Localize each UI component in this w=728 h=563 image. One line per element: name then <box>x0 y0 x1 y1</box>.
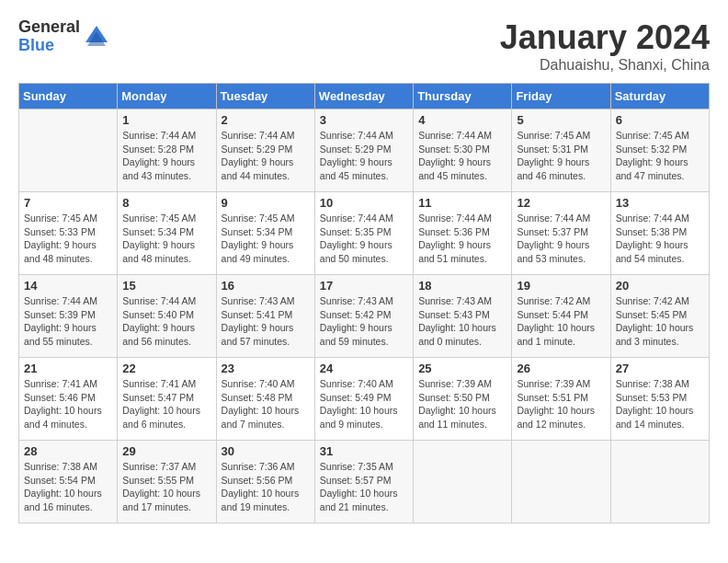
calendar-cell: 8Sunrise: 7:45 AM Sunset: 5:34 PM Daylig… <box>118 192 216 275</box>
day-number: 9 <box>222 196 310 210</box>
day-number: 18 <box>418 279 506 293</box>
day-info: Sunrise: 7:45 AM Sunset: 5:34 PM Dayligh… <box>222 212 310 266</box>
calendar-cell: 30Sunrise: 7:36 AM Sunset: 5:56 PM Dayli… <box>216 441 314 523</box>
calendar-cell: 11Sunrise: 7:44 AM Sunset: 5:36 PM Dayli… <box>414 192 512 275</box>
calendar-cell: 9Sunrise: 7:45 AM Sunset: 5:34 PM Daylig… <box>216 192 314 275</box>
month-title: January 2024 <box>500 18 710 57</box>
logo: General Blue <box>18 18 109 55</box>
calendar-cell: 25Sunrise: 7:39 AM Sunset: 5:50 PM Dayli… <box>414 358 512 441</box>
day-info: Sunrise: 7:41 AM Sunset: 5:46 PM Dayligh… <box>24 377 112 431</box>
calendar-cell: 18Sunrise: 7:43 AM Sunset: 5:43 PM Dayli… <box>414 275 512 358</box>
day-info: Sunrise: 7:36 AM Sunset: 5:56 PM Dayligh… <box>222 460 310 514</box>
day-number: 30 <box>222 444 310 458</box>
calendar-cell: 13Sunrise: 7:44 AM Sunset: 5:38 PM Dayli… <box>610 192 709 275</box>
day-info: Sunrise: 7:44 AM Sunset: 5:35 PM Dayligh… <box>320 212 408 266</box>
day-number: 2 <box>222 113 310 127</box>
calendar-cell: 29Sunrise: 7:37 AM Sunset: 5:55 PM Dayli… <box>118 441 216 523</box>
calendar-cell: 14Sunrise: 7:44 AM Sunset: 5:39 PM Dayli… <box>19 275 118 358</box>
calendar-cell: 19Sunrise: 7:42 AM Sunset: 5:44 PM Dayli… <box>512 275 610 358</box>
day-info: Sunrise: 7:39 AM Sunset: 5:50 PM Dayligh… <box>418 377 506 431</box>
calendar-cell: 4Sunrise: 7:44 AM Sunset: 5:30 PM Daylig… <box>414 109 512 192</box>
calendar-cell: 5Sunrise: 7:45 AM Sunset: 5:31 PM Daylig… <box>512 109 610 192</box>
title-block: January 2024 Dahuaishu, Shanxi, China <box>500 18 710 74</box>
day-info: Sunrise: 7:44 AM Sunset: 5:29 PM Dayligh… <box>222 129 310 183</box>
calendar-cell: 6Sunrise: 7:45 AM Sunset: 5:32 PM Daylig… <box>610 109 709 192</box>
calendar-week-row: 7Sunrise: 7:45 AM Sunset: 5:33 PM Daylig… <box>19 192 710 275</box>
header-monday: Monday <box>118 84 216 109</box>
day-number: 6 <box>616 113 704 127</box>
day-info: Sunrise: 7:44 AM Sunset: 5:37 PM Dayligh… <box>517 212 605 266</box>
day-number: 27 <box>616 362 704 375</box>
day-info: Sunrise: 7:45 AM Sunset: 5:33 PM Dayligh… <box>24 212 112 266</box>
day-number: 22 <box>122 362 210 375</box>
day-info: Sunrise: 7:39 AM Sunset: 5:51 PM Dayligh… <box>517 377 605 431</box>
header-wednesday: Wednesday <box>314 84 413 109</box>
day-info: Sunrise: 7:42 AM Sunset: 5:45 PM Dayligh… <box>616 294 704 349</box>
day-number: 5 <box>517 113 605 127</box>
page-header: General Blue January 2024 Dahuaishu, Sha… <box>18 18 710 74</box>
day-number: 23 <box>222 362 310 375</box>
day-info: Sunrise: 7:38 AM Sunset: 5:53 PM Dayligh… <box>616 377 704 431</box>
calendar-cell: 10Sunrise: 7:44 AM Sunset: 5:35 PM Dayli… <box>314 192 413 275</box>
day-info: Sunrise: 7:43 AM Sunset: 5:41 PM Dayligh… <box>222 294 310 349</box>
calendar-cell: 24Sunrise: 7:40 AM Sunset: 5:49 PM Dayli… <box>314 358 413 441</box>
calendar-table: SundayMondayTuesdayWednesdayThursdayFrid… <box>18 83 710 523</box>
calendar-cell <box>512 441 610 523</box>
day-info: Sunrise: 7:43 AM Sunset: 5:43 PM Dayligh… <box>418 294 506 349</box>
day-number: 10 <box>320 196 408 210</box>
logo-general: General <box>18 18 80 37</box>
day-number: 19 <box>517 279 605 293</box>
calendar-week-row: 21Sunrise: 7:41 AM Sunset: 5:46 PM Dayli… <box>19 358 710 441</box>
calendar-cell: 26Sunrise: 7:39 AM Sunset: 5:51 PM Dayli… <box>512 358 610 441</box>
day-info: Sunrise: 7:44 AM Sunset: 5:39 PM Dayligh… <box>24 294 112 349</box>
day-number: 15 <box>122 279 210 293</box>
day-number: 28 <box>24 444 112 458</box>
day-number: 7 <box>24 196 112 210</box>
day-info: Sunrise: 7:40 AM Sunset: 5:49 PM Dayligh… <box>320 377 408 431</box>
logo-icon <box>84 24 109 50</box>
calendar-cell: 3Sunrise: 7:44 AM Sunset: 5:29 PM Daylig… <box>314 109 413 192</box>
header-tuesday: Tuesday <box>216 84 314 109</box>
day-info: Sunrise: 7:42 AM Sunset: 5:44 PM Dayligh… <box>517 294 605 349</box>
calendar-header-row: SundayMondayTuesdayWednesdayThursdayFrid… <box>19 84 710 109</box>
day-number: 3 <box>320 113 408 127</box>
day-info: Sunrise: 7:44 AM Sunset: 5:28 PM Dayligh… <box>122 129 210 183</box>
header-sunday: Sunday <box>19 84 118 109</box>
calendar-cell: 31Sunrise: 7:35 AM Sunset: 5:57 PM Dayli… <box>314 441 413 523</box>
calendar-cell: 1Sunrise: 7:44 AM Sunset: 5:28 PM Daylig… <box>118 109 216 192</box>
day-info: Sunrise: 7:44 AM Sunset: 5:30 PM Dayligh… <box>418 129 506 183</box>
day-info: Sunrise: 7:44 AM Sunset: 5:40 PM Dayligh… <box>122 294 210 349</box>
day-info: Sunrise: 7:35 AM Sunset: 5:57 PM Dayligh… <box>320 460 408 514</box>
calendar-cell: 16Sunrise: 7:43 AM Sunset: 5:41 PM Dayli… <box>216 275 314 358</box>
calendar-cell: 27Sunrise: 7:38 AM Sunset: 5:53 PM Dayli… <box>610 358 709 441</box>
day-number: 25 <box>418 362 506 375</box>
calendar-cell: 2Sunrise: 7:44 AM Sunset: 5:29 PM Daylig… <box>216 109 314 192</box>
day-number: 20 <box>616 279 704 293</box>
header-saturday: Saturday <box>610 84 709 109</box>
calendar-cell: 12Sunrise: 7:44 AM Sunset: 5:37 PM Dayli… <box>512 192 610 275</box>
calendar-cell <box>19 109 118 192</box>
calendar-cell: 21Sunrise: 7:41 AM Sunset: 5:46 PM Dayli… <box>19 358 118 441</box>
calendar-cell: 28Sunrise: 7:38 AM Sunset: 5:54 PM Dayli… <box>19 441 118 523</box>
day-info: Sunrise: 7:38 AM Sunset: 5:54 PM Dayligh… <box>24 460 112 514</box>
day-info: Sunrise: 7:45 AM Sunset: 5:34 PM Dayligh… <box>122 212 210 266</box>
day-number: 4 <box>418 113 506 127</box>
day-info: Sunrise: 7:43 AM Sunset: 5:42 PM Dayligh… <box>320 294 408 349</box>
day-info: Sunrise: 7:45 AM Sunset: 5:32 PM Dayligh… <box>616 129 704 183</box>
calendar-cell: 23Sunrise: 7:40 AM Sunset: 5:48 PM Dayli… <box>216 358 314 441</box>
day-number: 24 <box>320 362 408 375</box>
calendar-cell: 7Sunrise: 7:45 AM Sunset: 5:33 PM Daylig… <box>19 192 118 275</box>
day-number: 8 <box>122 196 210 210</box>
location: Dahuaishu, Shanxi, China <box>500 57 710 74</box>
day-number: 26 <box>517 362 605 375</box>
calendar-cell: 15Sunrise: 7:44 AM Sunset: 5:40 PM Dayli… <box>118 275 216 358</box>
day-number: 11 <box>418 196 506 210</box>
day-number: 13 <box>616 196 704 210</box>
calendar-cell: 17Sunrise: 7:43 AM Sunset: 5:42 PM Dayli… <box>314 275 413 358</box>
calendar-cell: 22Sunrise: 7:41 AM Sunset: 5:47 PM Dayli… <box>118 358 216 441</box>
day-number: 31 <box>320 444 408 458</box>
day-number: 14 <box>24 279 112 293</box>
day-info: Sunrise: 7:44 AM Sunset: 5:29 PM Dayligh… <box>320 129 408 183</box>
calendar-cell <box>414 441 512 523</box>
calendar-week-row: 28Sunrise: 7:38 AM Sunset: 5:54 PM Dayli… <box>19 441 710 523</box>
